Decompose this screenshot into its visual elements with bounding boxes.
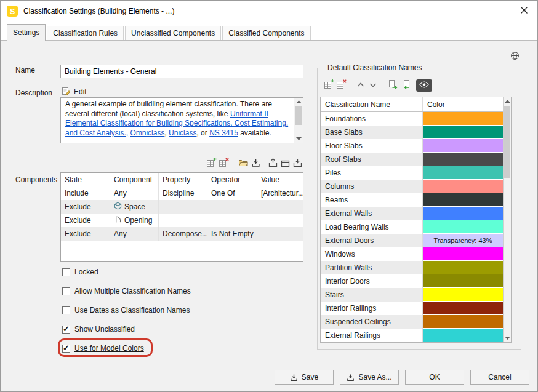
table-row[interactable]: Interior Doors [321,274,503,288]
import-names-button[interactable] [399,79,411,92]
table-row[interactable]: Foundations [321,112,503,126]
checkbox-box[interactable] [62,306,70,314]
classification-name: External Doors [321,234,423,247]
table-row[interactable]: ExcludeOpening [61,214,303,227]
cell-component: Space [110,200,159,214]
close-button[interactable] [518,5,530,17]
description-link[interactable]: Uniclass [169,129,196,137]
table-row[interactable]: Roof Slabs [321,153,503,166]
color-swatch[interactable] [423,288,503,302]
table-row[interactable]: Windows [321,247,503,261]
classification-scrollbar[interactable] [503,97,511,342]
color-swatch[interactable] [423,166,503,180]
table-row[interactable]: Load Bearing Walls [321,220,503,234]
color-swatch[interactable] [423,247,503,261]
table-row[interactable]: IncludeAnyDisciplineOne Of[Architectur..… [61,186,303,200]
scroll-up-icon[interactable] [504,97,511,105]
table-delete-icon [336,79,347,92]
move-up-button[interactable] [355,79,367,92]
checkbox-box[interactable] [62,268,70,276]
delete-row-button[interactable] [217,158,230,170]
save-button[interactable]: Save [275,370,334,385]
table-row[interactable]: Columns [321,180,503,193]
table-row[interactable]: Stairs [321,288,503,302]
color-swatch[interactable] [423,180,503,193]
name-add-button[interactable] [323,79,335,92]
scroll-down-icon[interactable] [504,334,511,342]
tab-classified-components[interactable]: Classified Components [222,26,310,40]
color-swatch[interactable] [423,139,503,153]
button-label: Save As... [358,373,391,382]
color-swatch[interactable] [423,302,503,315]
description-text-run: available. [238,129,271,137]
components-table[interactable]: StateComponentPropertyOperatorValue Incl… [60,172,303,262]
color-swatch[interactable] [423,193,503,207]
name-remove-button[interactable] [335,79,347,92]
open-folder-button[interactable] [237,158,249,170]
visibility-toggle[interactable] [416,79,432,92]
ok-button[interactable]: OK [405,370,464,385]
table-add-icon [324,79,334,92]
transparency-label: Transparency: 43% [434,237,492,244]
checkbox-allow-multiple-classification-names[interactable]: Allow Multiple Classification Names [62,286,191,296]
scroll-up-icon[interactable] [294,98,303,106]
name-input[interactable] [60,65,303,78]
box-button[interactable] [279,158,291,170]
color-swatch[interactable] [423,220,503,234]
table-row[interactable]: External Walls [321,207,503,220]
save-as-button[interactable]: Save As... [340,370,399,385]
globe-icon[interactable] [510,51,520,62]
color-swatch[interactable] [423,112,503,126]
table-row[interactable]: Base Slabs [321,126,503,139]
tab-unclassified-components[interactable]: Unclassified Components [125,26,221,40]
table-row[interactable]: Floor Slabs [321,139,503,153]
table-row[interactable]: Suspended Ceilings [321,315,503,329]
color-swatch[interactable] [423,315,503,329]
scrollbar-thumb[interactable] [295,106,302,125]
color-swatch[interactable] [423,274,503,288]
cell-property: Decompose... [159,227,207,241]
description-scrollbar[interactable] [294,98,303,143]
checkbox-box[interactable] [62,326,70,334]
table-row[interactable]: Interior Railings [321,302,503,315]
table-delete-icon [219,158,229,170]
table-row[interactable]: Beams [321,193,503,207]
checkbox-box[interactable] [62,287,70,295]
color-swatch[interactable] [423,207,503,220]
tab-settings[interactable]: Settings [7,24,46,41]
save-down-icon [251,158,260,169]
checkbox-use-dates-as-classification-names[interactable]: Use Dates as Classification Names [62,305,191,315]
table-row[interactable]: ExcludeAnyDecompose...Is Not Empty [61,227,303,241]
table-row[interactable]: ExcludeSpace [61,200,303,214]
description-link[interactable]: Omniclass [130,129,164,137]
checkbox-show-unclassified[interactable]: Show Unclassified [62,324,191,334]
cancel-button[interactable]: Cancel [470,370,529,385]
edit-button[interactable]: Edit [59,85,89,98]
color-swatch[interactable]: Transparency: 43% [423,234,503,247]
cell-operator: One Of [207,186,257,200]
save-rows-button[interactable] [249,158,262,170]
color-swatch[interactable] [423,153,503,166]
move-down-button[interactable] [367,79,379,92]
export-names-button[interactable] [387,79,399,92]
add-row-button[interactable] [205,158,217,170]
table-row[interactable]: Partition Walls [321,261,503,274]
title-bar[interactable]: S Classification Settings (Building Elem… [1,1,537,22]
color-swatch[interactable] [423,126,503,139]
table-row[interactable]: External DoorsTransparency: 43% [321,234,503,247]
checkbox-locked[interactable]: Locked [62,267,191,277]
box-in-button[interactable] [291,158,303,170]
box-out-button[interactable] [267,158,279,170]
cell-operator-text: One Of [211,189,235,198]
color-swatch[interactable] [423,329,503,342]
tab-classification-rules[interactable]: Classification Rules [47,26,124,40]
description-link[interactable]: NS 3415 [209,129,238,137]
scroll-down-icon[interactable] [294,135,303,143]
classification-name: Interior Doors [321,274,423,288]
color-swatch[interactable] [423,261,503,274]
table-row[interactable]: Piles [321,166,503,180]
classification-table[interactable]: Classification NameColor FoundationsBase… [320,97,512,343]
table-row[interactable]: External Railings [321,329,503,342]
scrollbar-thumb[interactable] [504,106,510,178]
description-box[interactable]: A general example of buildling element c… [60,97,303,143]
